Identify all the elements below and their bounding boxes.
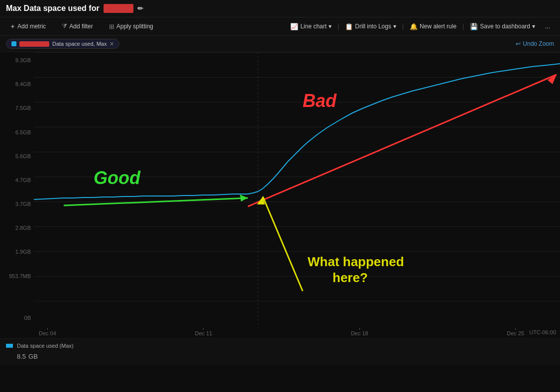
y-label-0: 953.7MB [2,273,31,279]
x-tick-dec25 [515,328,516,330]
y-label-4: 4.7GB [2,177,31,183]
x-label-dec04: Dec 04 [39,328,56,336]
save-dropdown-icon: ▾ [532,23,535,30]
y-label-3: 3.7GB [2,201,31,207]
metric-chip: Data space used, Max × [6,39,119,49]
title-text: Max Data space used for [6,4,100,13]
x-axis-spacer [0,328,34,336]
add-metric-button[interactable]: ✦ Add metric [6,21,50,32]
x-label-dec11: Dec 11 [195,328,212,336]
y-label-2: 2.8GB [2,225,31,231]
toolbar-right: 📈 Line chart ▾ | 📋 Drill into Logs ▾ | 🔔… [286,21,554,32]
add-metric-icon: ✦ [10,23,15,30]
apply-splitting-icon: ⊞ [109,23,114,30]
title-bar: Max Data space used for ✏ [0,0,560,17]
add-filter-label: Add filter [69,23,93,30]
undo-zoom-label: Undo Zoom [523,40,554,47]
legend-value-unit: GB [28,353,38,360]
save-dashboard-button[interactable]: 💾 Save to dashboard ▾ [466,21,539,32]
line-chart-dropdown-icon: ▾ [329,23,332,30]
annotation-what-text-1: What happened [308,254,404,269]
save-icon: 💾 [470,23,478,30]
chip-bar: Data space used, Max × ↩ Undo Zoom [0,36,560,52]
undo-icon: ↩ [516,40,521,47]
alert-icon: 🔔 [410,23,418,30]
what-arrow-line [263,196,303,291]
x-tick-dec11 [203,328,204,330]
drill-logs-button[interactable]: 📋 Drill into Logs ▾ [341,21,400,32]
drill-logs-dropdown-icon: ▾ [393,23,396,30]
separator-1: | [337,23,339,30]
legend-value-number: 8.5 [17,353,26,360]
annotation-good-text: Good [94,168,141,188]
separator-3: | [462,23,464,30]
add-filter-button[interactable]: ⧩ Add filter [58,20,97,32]
more-options-button[interactable]: ... [541,21,554,32]
undo-zoom-button[interactable]: ↩ Undo Zoom [516,40,554,47]
y-label-9: 9.3GB [2,57,31,63]
y-label-5: 5.6GB [2,153,31,159]
legend-item: Data space used (Max) [6,343,554,349]
y-label-8: 8.4GB [2,81,31,87]
x-label-dec25: Dec 25 [507,328,524,336]
apply-splitting-button[interactable]: ⊞ Apply splitting [105,21,157,32]
chart-svg: Bad Good What happened here? [34,52,560,326]
chip-resource-redacted [19,41,49,47]
line-chart-label: Line chart [300,23,327,30]
legend-color-box [6,344,13,348]
chip-color-indicator [11,41,16,46]
line-chart-icon: 📈 [290,23,298,30]
separator-2: | [402,23,404,30]
x-tick-dec04 [47,328,48,330]
chip-metric-label: Data space used, Max [52,41,107,47]
y-label-1: 1.9GB [2,249,31,255]
y-label-7: 7.5GB [2,105,31,111]
toolbar: ✦ Add metric ⧩ Add filter ⊞ Apply splitt… [0,17,560,36]
annotation-bad-text: Bad [303,91,337,111]
x-axis-labels: Dec 04 Dec 11 Dec 18 Dec 25 [34,328,529,336]
y-label-6: 6.5GB [2,129,31,135]
annotation-what-text-2: here? [333,270,368,285]
more-options-label: ... [545,23,550,30]
timezone-label: UTC-06:00 [529,328,560,336]
chart-container: 9.3GB 8.4GB 7.5GB 6.5GB 5.6GB 4.7GB 3.7G… [0,52,560,326]
y-axis: 9.3GB 8.4GB 7.5GB 6.5GB 5.6GB 4.7GB 3.7G… [0,52,34,326]
apply-splitting-label: Apply splitting [116,23,153,30]
legend-value: 8.5 GB [6,351,554,361]
good-arrow-head [240,195,248,201]
x-tick-dec18 [359,328,360,330]
resource-name-redacted [104,4,133,13]
x-label-dec18: Dec 18 [351,328,368,336]
edit-icon[interactable]: ✏ [137,4,143,12]
save-dashboard-label: Save to dashboard [480,23,530,30]
page-title: Max Data space used for ✏ [6,4,143,13]
drill-logs-label: Drill into Logs [355,23,391,30]
add-metric-label: Add metric [17,23,46,30]
chart-body: Bad Good What happened here? [34,52,560,326]
drill-logs-icon: 📋 [345,23,353,30]
add-filter-icon: ⧩ [62,22,67,30]
y-label-zero: 0B [2,315,31,321]
good-arrow-line [64,198,248,205]
toolbar-left: ✦ Add metric ⧩ Add filter ⊞ Apply splitt… [6,20,157,32]
chip-close-button[interactable]: × [110,40,113,47]
line-chart-button[interactable]: 📈 Line chart ▾ [286,21,336,32]
x-axis-bar: Dec 04 Dec 11 Dec 18 Dec 25 UTC-06:00 [0,326,560,338]
new-alert-rule-button[interactable]: 🔔 New alert rule [406,21,460,32]
new-alert-rule-label: New alert rule [420,23,456,30]
legend-label: Data space used (Max) [17,343,74,349]
legend-bar: Data space used (Max) 8.5 GB [0,338,560,365]
